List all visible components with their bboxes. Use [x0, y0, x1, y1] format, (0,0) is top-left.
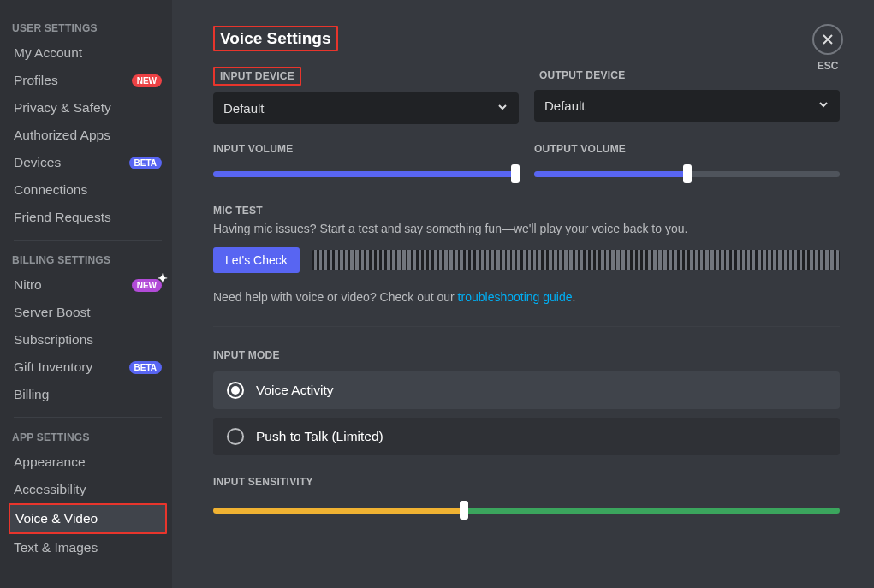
sidebar-item-my-account[interactable]: My Account — [9, 39, 167, 67]
sparkle-icon: ✦ — [158, 271, 168, 285]
help-text: Need help with voice or video? Check out… — [213, 290, 840, 304]
badge-beta: BETA — [129, 361, 162, 374]
sidebar-item-devices[interactable]: DevicesBETA — [9, 149, 167, 176]
sidebar-item-nitro[interactable]: NitroNEW✦ — [9, 271, 167, 299]
mic-test-desc: Having mic issues? Start a test and say … — [213, 222, 840, 235]
sidebar-section-header: BILLING SETTINGS — [9, 249, 167, 271]
sidebar-item-accessibility[interactable]: Accessibility — [9, 476, 167, 503]
sidebar-item-label: Privacy & Safety — [14, 100, 111, 116]
slider-thumb[interactable] — [460, 501, 468, 520]
sidebar-item-profiles[interactable]: ProfilesNEW — [9, 67, 167, 94]
input-sensitivity-slider[interactable] — [213, 500, 840, 520]
sidebar-item-label: Voice & Video — [15, 511, 98, 526]
output-device-dropdown[interactable]: Default — [534, 90, 840, 122]
sidebar-item-subscriptions[interactable]: Subscriptions — [9, 326, 167, 353]
sidebar-section-header: APP SETTINGS — [9, 426, 167, 448]
output-volume-slider[interactable] — [534, 163, 840, 184]
mic-test-button[interactable]: Let's Check — [213, 247, 300, 273]
sidebar-item-server-boost[interactable]: Server Boost — [9, 299, 167, 326]
input-mode-label: INPUT MODE — [213, 349, 840, 361]
badge-new: NEW — [132, 74, 162, 87]
sidebar-item-label: Appearance — [14, 454, 86, 470]
esc-label: ESC — [812, 60, 843, 72]
mic-level-meter — [312, 250, 840, 270]
input-device-dropdown[interactable]: Default — [213, 92, 519, 124]
output-device-label: OUTPUT DEVICE — [534, 68, 630, 83]
badge-nitro: NEW✦ — [132, 279, 162, 292]
chevron-down-icon — [818, 98, 829, 113]
input-volume-slider[interactable] — [213, 163, 519, 184]
sidebar-item-voice-video[interactable]: Voice & Video — [9, 503, 167, 534]
sidebar-item-label: Nitro — [14, 277, 42, 293]
radio-label: Voice Activity — [256, 383, 333, 398]
close-icon — [812, 24, 843, 55]
radio-icon — [227, 382, 244, 399]
sidebar-item-label: Gift Inventory — [14, 359, 92, 375]
sidebar-item-label: Subscriptions — [14, 332, 93, 347]
mic-test-label: MIC TEST — [213, 205, 840, 217]
badge-beta: BETA — [129, 157, 162, 169]
sidebar-item-friend-requests[interactable]: Friend Requests — [9, 204, 167, 231]
troubleshooting-link[interactable]: troubleshooting guide — [458, 290, 573, 304]
page-title: Voice Settings — [213, 26, 338, 51]
divider — [213, 326, 840, 327]
input-volume-label: INPUT VOLUME — [213, 143, 519, 155]
input-mode-option-voice-activity[interactable]: Voice Activity — [213, 371, 840, 409]
slider-thumb[interactable] — [683, 164, 692, 183]
sidebar-item-label: Accessibility — [14, 482, 86, 497]
input-sensitivity-label: INPUT SENSITIVITY — [213, 476, 840, 488]
input-device-label: INPUT DEVICE — [213, 67, 301, 86]
slider-thumb[interactable] — [511, 164, 520, 183]
sidebar-item-authorized-apps[interactable]: Authorized Apps — [9, 122, 167, 149]
output-device-value: Default — [544, 98, 586, 113]
close-button[interactable]: ESC — [812, 24, 843, 72]
sidebar-item-label: Devices — [14, 155, 61, 170]
sidebar-item-label: Billing — [14, 387, 49, 402]
divider — [14, 417, 162, 418]
sidebar-item-label: My Account — [14, 45, 82, 61]
settings-sidebar: USER SETTINGSMy AccountProfilesNEWPrivac… — [0, 0, 172, 588]
sidebar-item-label: Server Boost — [14, 305, 91, 320]
sidebar-item-label: Authorized Apps — [14, 128, 110, 143]
sidebar-section-header: USER SETTINGS — [9, 17, 167, 39]
sidebar-item-label: Text & Images — [14, 540, 98, 555]
radio-icon — [227, 428, 244, 445]
settings-main: ESC Voice Settings INPUT DEVICE Default … — [172, 0, 874, 588]
divider — [14, 240, 162, 241]
sidebar-item-label: Profiles — [14, 73, 58, 88]
sidebar-item-privacy-safety[interactable]: Privacy & Safety — [9, 94, 167, 122]
sidebar-item-text-images[interactable]: Text & Images — [9, 534, 167, 561]
output-volume-label: OUTPUT VOLUME — [534, 143, 840, 155]
sidebar-item-connections[interactable]: Connections — [9, 176, 167, 204]
sidebar-item-label: Friend Requests — [14, 210, 111, 225]
sidebar-item-label: Connections — [14, 182, 87, 198]
radio-label: Push to Talk (Limited) — [256, 429, 383, 444]
sidebar-item-billing[interactable]: Billing — [9, 381, 167, 408]
input-device-value: Default — [223, 101, 265, 116]
sidebar-item-gift-inventory[interactable]: Gift InventoryBETA — [9, 353, 167, 381]
chevron-down-icon — [496, 101, 508, 116]
input-mode-option-push-to-talk-limited-[interactable]: Push to Talk (Limited) — [213, 418, 840, 455]
sidebar-item-appearance[interactable]: Appearance — [9, 448, 167, 476]
